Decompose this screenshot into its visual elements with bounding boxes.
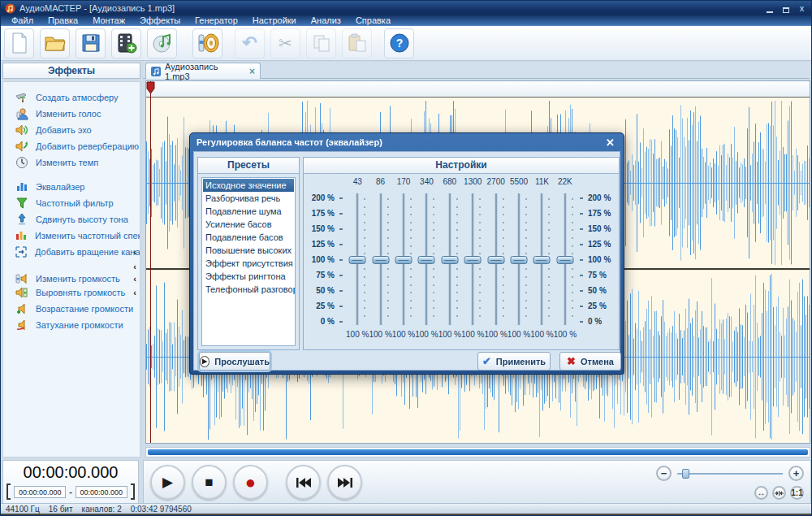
eq-slider-handle[interactable] — [441, 256, 458, 264]
zoom-in-button[interactable]: + — [788, 466, 804, 481]
eq-slider-handle[interactable] — [372, 256, 389, 264]
selection-start-field[interactable]: 00:00:00.000 — [14, 486, 66, 498]
eq-slider-handle[interactable] — [395, 256, 412, 264]
preset-item-0[interactable]: Исходное значение — [203, 179, 294, 192]
scale-label: 25 % — [305, 301, 344, 311]
undo-button[interactable]: ↶ — [235, 28, 265, 59]
sidebar-item-12[interactable]: Выровнять громкость‹ — [3, 284, 140, 301]
sidebar-item-13[interactable]: Возрастание громкости — [3, 301, 140, 317]
fit-width-button[interactable]: ↔ — [754, 486, 768, 500]
fit-selection-button[interactable] — [772, 486, 786, 500]
sidebar-item-14[interactable]: Затухание громкости — [3, 317, 140, 333]
tick-dash — [339, 197, 343, 199]
restore-button[interactable] — [780, 4, 791, 13]
tab-audio-file[interactable]: Аудиозапись 1.mp3 × — [145, 63, 261, 79]
listen-button[interactable]: ▶ Прослушать — [199, 352, 270, 371]
tab-close-icon[interactable]: × — [249, 66, 255, 77]
timeline-ruler[interactable] — [146, 81, 810, 98]
chevron-left-icon[interactable]: ‹ — [133, 248, 136, 256]
sidebar-item-8[interactable]: Изменить частотный спектр — [3, 228, 140, 244]
zoom-slider[interactable] — [677, 473, 783, 475]
eq-slider-handle[interactable] — [511, 256, 528, 264]
preset-item-3[interactable]: Усиление басов — [203, 218, 294, 231]
record-sound-button[interactable] — [192, 28, 222, 59]
play-button[interactable]: ▶ — [150, 465, 185, 500]
zoom-slider-handle[interactable] — [682, 469, 689, 479]
apply-button[interactable]: ✔ Применить — [477, 352, 551, 371]
voice-icon — [15, 107, 28, 121]
sidebar-item-1[interactable]: Изменить голос — [3, 106, 140, 122]
band-frequency-label: 2700 — [484, 177, 507, 190]
eq-slider-handle[interactable] — [349, 256, 366, 264]
menu-item-7[interactable]: Справка — [348, 15, 398, 26]
sidebar-item-0[interactable]: Создать атмосферу — [3, 89, 140, 106]
scrollbar-thumb[interactable] — [148, 449, 808, 455]
skip-start-icon — [296, 477, 312, 488]
playhead-marker[interactable] — [146, 81, 156, 94]
scale-label: 75 % — [305, 271, 344, 280]
chevron-left-icon[interactable]: ‹ — [133, 288, 136, 297]
preset-item-8[interactable]: Телефонный разговор — [203, 283, 294, 296]
menu-item-3[interactable]: Эффекты — [132, 15, 188, 26]
grab-from-cd-button[interactable] — [147, 28, 177, 59]
preset-item-4[interactable]: Подавление басов — [203, 231, 294, 244]
skip-to-start-button[interactable] — [286, 465, 321, 500]
menu-item-5[interactable]: Настройки — [245, 15, 304, 26]
status-bar: 44100 Гц16 битканалов: 20:03:42 9794560 — [1, 503, 811, 514]
skip-to-end-button[interactable] — [327, 465, 362, 500]
sidebar-item-9[interactable]: Добавить вращение каналов‹ — [3, 244, 140, 260]
preset-item-1[interactable]: Разборчивая речь — [203, 192, 294, 205]
actual-size-button[interactable]: 1:1 — [790, 486, 804, 500]
open-file-button[interactable] — [40, 28, 70, 59]
menu-item-2[interactable]: Монтаж — [85, 15, 132, 26]
menu-item-4[interactable]: Генератор — [188, 15, 245, 26]
dialog-close-icon[interactable]: ✕ — [603, 137, 617, 148]
close-button[interactable]: x — [797, 4, 807, 13]
copy-button[interactable] — [306, 28, 336, 59]
zoom-out-button[interactable]: − — [656, 466, 672, 481]
paste-button[interactable] — [342, 28, 372, 59]
selection-end-field[interactable]: 00:00:00.000 — [76, 486, 127, 498]
cancel-button-label: Отмена — [581, 357, 614, 366]
eq-slider-handle[interactable] — [487, 256, 504, 264]
extract-from-video-button[interactable] — [111, 28, 141, 59]
eq-band-3 — [415, 190, 438, 328]
preset-item-6[interactable]: Эффект присутствия — [203, 257, 294, 270]
eq-slider-handle[interactable] — [418, 256, 435, 264]
help-button[interactable]: ? — [384, 28, 414, 59]
save-button[interactable] — [76, 28, 106, 59]
new-file-button[interactable] — [4, 28, 34, 59]
chevron-left-icon[interactable]: ‹ — [133, 262, 136, 271]
sidebar-item-6[interactable]: Частотный фильтр — [3, 195, 140, 211]
sidebar-item-2[interactable]: Добавить эхо — [3, 122, 140, 138]
preset-item-2[interactable]: Подавление шума — [203, 205, 294, 218]
sidebar-item-11[interactable]: Изменить громкость‹ — [3, 272, 140, 284]
tick-dash — [580, 197, 583, 199]
record-button[interactable]: ● — [233, 465, 268, 500]
arrows-center-icon — [775, 490, 784, 496]
stop-button[interactable]: ■ — [192, 465, 227, 500]
sidebar-item-5[interactable]: Эквалайзер — [3, 179, 140, 195]
sidebar-item-4[interactable]: Изменить темп — [3, 154, 140, 171]
preset-item-5[interactable]: Повышение высоких — [203, 244, 294, 257]
eq-slider-handle[interactable] — [533, 256, 551, 264]
minimize-button[interactable] — [764, 4, 775, 13]
cancel-button[interactable]: ✖ Отмена — [559, 352, 621, 371]
menu-bar: ФайлПравкаМонтажЭффектыГенераторНастройк… — [1, 15, 811, 26]
band-frequency-label: 86 — [369, 177, 391, 190]
horizontal-scrollbar[interactable] — [145, 447, 810, 457]
chevron-left-icon[interactable]: ‹ — [133, 275, 136, 283]
preset-item-7[interactable]: Эффекты рингтона — [203, 270, 294, 283]
eq-slider-handle[interactable] — [556, 256, 573, 264]
eq-slider-handle[interactable] — [464, 256, 482, 264]
scale-label: 150 % — [305, 224, 344, 234]
atmosphere-icon — [15, 91, 28, 105]
sidebar-item-3[interactable]: Добавить реверберацию — [3, 138, 140, 154]
dialog-body: Пресеты Исходное значениеРазборчивая реч… — [193, 151, 620, 371]
menu-item-1[interactable]: Правка — [41, 15, 85, 26]
sidebar-item-7[interactable]: Сдвинуть высоту тона — [3, 211, 140, 228]
menu-item-0[interactable]: Файл — [4, 15, 41, 26]
menu-item-6[interactable]: Анализ — [304, 15, 348, 26]
reverb-icon — [15, 140, 28, 154]
cut-button[interactable]: ✂ — [270, 28, 300, 59]
